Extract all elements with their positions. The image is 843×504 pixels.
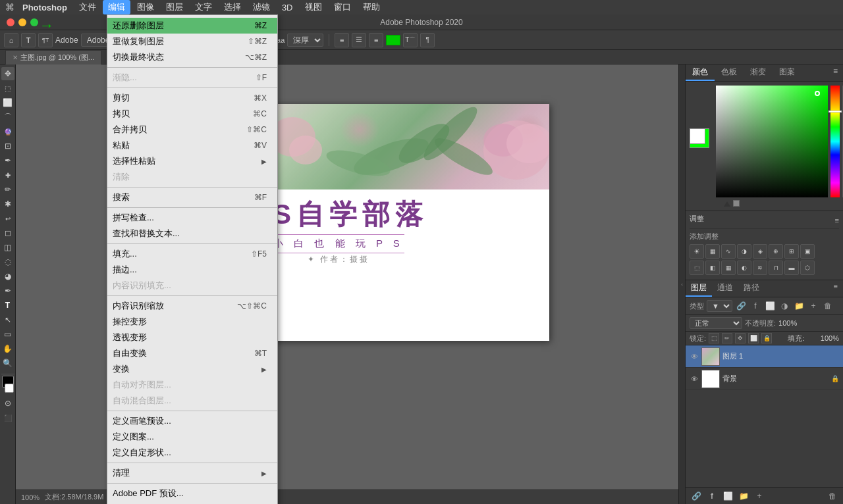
menu-puppet-warp[interactable]: 操控变形 [107, 314, 277, 330]
search-label: 搜索 [113, 191, 250, 203]
menu-copy[interactable]: 拷贝 ⌘C [107, 106, 277, 122]
green-arrow-annotation: → [40, 17, 54, 34]
paste-special-label: 选择性粘贴 [113, 155, 258, 167]
menu-toggle-state[interactable]: 切换最终状态 ⌥⌘Z [107, 49, 277, 65]
search-shortcut: ⌘F [254, 193, 267, 202]
fade-label: 渐隐... [113, 72, 252, 84]
menu-ca-scale[interactable]: 内容识别缩放 ⌥⇧⌘C [107, 298, 277, 314]
separator [107, 295, 277, 296]
cut-shortcut: ⌘X [254, 93, 267, 103]
menu-fade: 渐隐... ⇧F [107, 70, 277, 86]
stroke-label: 描边... [113, 264, 267, 276]
redo-shortcut: ⇧⌘Z [248, 37, 267, 46]
menu-fill[interactable]: 填充... ⇧F5 [107, 246, 277, 262]
menu-3d[interactable]: 3D [277, 0, 298, 14]
menu-define-shape[interactable]: 定义自定形状... [107, 445, 277, 461]
spell-check-label: 拼写检查... [113, 212, 267, 224]
menu-spell-check[interactable]: 拼写检查... [107, 210, 277, 226]
menu-cut[interactable]: 剪切 ⌘X [107, 90, 277, 106]
toggle-state-label: 切换最终状态 [113, 51, 241, 63]
define-pattern-label: 定义图案... [113, 431, 267, 443]
find-replace-label: 查找和替换文本... [113, 228, 267, 239]
define-brush-label: 定义画笔预设... [113, 415, 267, 427]
separator [107, 483, 277, 484]
toggle-state-shortcut: ⌥⌘Z [245, 53, 267, 62]
menu-photoshop[interactable]: Photoshop [17, 0, 72, 14]
auto-blend-label: 自动混合图层... [113, 395, 267, 407]
undo-label: 还原删除图层 [113, 20, 250, 32]
menu-perspective-warp[interactable]: 透视变形 [107, 330, 277, 345]
menu-stroke[interactable]: 描边... [107, 262, 277, 278]
apple-menu[interactable]: ⌘ [4, 0, 16, 14]
redo-label: 重做复制图层 [113, 36, 244, 47]
copy-shortcut: ⌘C [253, 109, 267, 118]
menu-clear: 清除 [107, 169, 277, 185]
menu-auto-blend: 自动混合图层... [107, 393, 277, 409]
undo-shortcut: ⌘Z [254, 21, 267, 30]
menu-free-transform[interactable]: 自由变换 ⌘T [107, 345, 277, 361]
copy-label: 拷贝 [113, 108, 249, 120]
menu-redo[interactable]: 重做复制图层 ⇧⌘Z [107, 34, 277, 49]
menu-edit[interactable]: 编辑 [103, 0, 130, 14]
ca-scale-shortcut: ⌥⇧⌘C [237, 301, 267, 311]
menu-define-brush[interactable]: 定义画笔预设... [107, 413, 277, 429]
menu-copy-merged[interactable]: 合并拷贝 ⇧⌘C [107, 122, 277, 138]
menu-transform[interactable]: 变换 ▶ [107, 361, 277, 377]
menubar: ⌘ Photoshop 文件 编辑 图像 图层 文字 选择 滤镜 3D 视图 窗… [0, 0, 843, 14]
menu-help[interactable]: 帮助 [358, 0, 385, 14]
free-transform-label: 自由变换 [113, 347, 250, 359]
perspective-warp-label: 透视变形 [113, 332, 267, 343]
separator [107, 243, 277, 244]
fill-shortcut: ⇧F5 [251, 249, 267, 259]
submenu-arrow-icon: ▶ [261, 366, 267, 373]
pdf-presets-label: Adobe PDF 预设... [113, 488, 267, 499]
menu-define-pattern[interactable]: 定义图案... [107, 429, 277, 445]
copy-merged-shortcut: ⇧⌘C [246, 125, 267, 134]
menu-layer[interactable]: 图层 [161, 0, 188, 14]
clear-label: 清除 [113, 171, 267, 183]
separator [107, 67, 277, 68]
menu-search[interactable]: 搜索 ⌘F [107, 189, 277, 205]
ca-fill-label: 内容识别填充... [113, 280, 267, 291]
menu-auto-align: 自动对齐图层... [107, 377, 277, 393]
submenu-arrow-icon: ▶ [261, 470, 267, 477]
menu-paste-special[interactable]: 选择性粘贴 ▶ [107, 153, 277, 169]
puppet-warp-label: 操控变形 [113, 316, 267, 328]
menu-purge[interactable]: 清理 ▶ [107, 465, 277, 481]
menu-image[interactable]: 图像 [132, 0, 159, 14]
fill-label: 填充... [113, 248, 247, 260]
menu-text[interactable]: 文字 [190, 0, 217, 14]
menu-file[interactable]: 文件 [74, 0, 101, 14]
menu-pdf-presets[interactable]: Adobe PDF 预设... [107, 486, 277, 501]
paste-label: 粘贴 [113, 139, 250, 151]
cut-label: 剪切 [113, 92, 250, 104]
define-shape-label: 定义自定形状... [113, 447, 267, 459]
separator [107, 187, 277, 188]
separator [107, 463, 277, 463]
separator [107, 411, 277, 411]
fade-shortcut: ⇧F [256, 73, 267, 82]
purge-label: 清理 [113, 467, 258, 479]
menu-presets[interactable]: 预设 ▶ [107, 501, 277, 504]
edit-menu: 还原删除图层 ⌘Z 重做复制图层 ⇧⌘Z 切换最终状态 ⌥⌘Z 渐隐... ⇧F… [107, 14, 278, 504]
transform-label: 变换 [113, 363, 258, 375]
menu-paste[interactable]: 粘贴 ⌘V [107, 138, 277, 153]
menu-find-replace[interactable]: 查找和替换文本... [107, 226, 277, 241]
menu-view[interactable]: 视图 [300, 0, 327, 14]
menu-window[interactable]: 窗口 [329, 0, 356, 14]
menu-undo[interactable]: 还原删除图层 ⌘Z [107, 18, 277, 34]
copy-merged-label: 合并拷贝 [113, 124, 242, 136]
free-transform-shortcut: ⌘T [254, 349, 267, 358]
menu-filter[interactable]: 滤镜 [248, 0, 275, 14]
paste-shortcut: ⌘V [254, 141, 267, 150]
auto-align-label: 自动对齐图层... [113, 379, 267, 391]
separator [107, 207, 277, 208]
menu-select[interactable]: 选择 [219, 0, 246, 14]
ca-scale-label: 内容识别缩放 [113, 300, 233, 312]
menu-content-aware-fill: 内容识别填充... [107, 278, 277, 293]
submenu-arrow-icon: ▶ [261, 158, 267, 165]
separator [107, 88, 277, 88]
